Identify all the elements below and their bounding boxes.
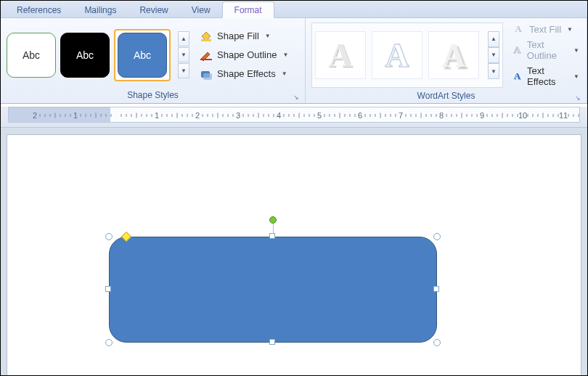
svg-text:9: 9 [480, 111, 484, 120]
svg-text:7: 7 [399, 111, 403, 120]
shape-outline-button[interactable]: Shape Outline ▼ [197, 48, 291, 62]
group-wordart-styles: A A A ▲ ▼ ▼ A Text Fill ▼ A Text Outline [306, 18, 587, 103]
group-label-wordart: WordArt Styles [306, 89, 587, 104]
shape-style-gallery[interactable]: Abc Abc Abc ▲ ▼ ▼ [7, 23, 189, 87]
ruler-area: 211234567891011 [1, 107, 587, 128]
tab-format[interactable]: Format [222, 1, 274, 18]
svg-text:6: 6 [358, 111, 362, 120]
a-glyph: A [441, 36, 465, 75]
resize-handle-bm[interactable] [269, 339, 275, 345]
resize-handle-br[interactable] [433, 339, 441, 346]
svg-text:11: 11 [559, 111, 568, 120]
chevron-down-icon: ▼ [282, 52, 288, 58]
shape-fill-label: Shape Fill [217, 30, 259, 41]
svg-rect-1 [200, 59, 212, 60]
horizontal-ruler[interactable]: 211234567891011 [8, 107, 580, 123]
svg-rect-3 [203, 73, 212, 80]
bucket-icon [200, 30, 213, 42]
shape-effects-label: Shape Effects [217, 68, 276, 79]
svg-rect-0 [201, 39, 211, 41]
page-area [1, 128, 587, 376]
text-effects-label: Text Effects [527, 65, 568, 87]
wordart-item-3[interactable]: A [428, 31, 479, 79]
wordart-row-up[interactable]: ▲ [488, 31, 499, 47]
resize-handle-tr[interactable] [433, 233, 441, 240]
text-effects-icon: A [512, 70, 523, 82]
wordart-more[interactable]: ▼ [488, 63, 499, 79]
effects-icon [200, 68, 213, 80]
a-glyph: A [385, 36, 409, 75]
svg-text:8: 8 [439, 111, 444, 120]
wordart-menu: A Text Fill ▼ A Text Outline ▼ A Text Ef… [510, 23, 581, 88]
svg-text:2: 2 [33, 111, 37, 120]
tab-mailings[interactable]: Mailings [73, 2, 128, 17]
ruler-ticks: 211234567891011 [9, 107, 579, 123]
tab-strip: References Mailings Review View Format [1, 1, 587, 18]
group-label-text: WordArt Styles [417, 91, 475, 101]
tab-review[interactable]: Review [128, 2, 179, 17]
shape-outline-label: Shape Outline [217, 49, 277, 60]
chevron-down-icon: ▼ [282, 70, 287, 77]
gallery-more[interactable]: ▼ [178, 63, 189, 79]
ribbon: Abc Abc Abc ▲ ▼ ▼ Shape Fill ▼ [1, 18, 587, 104]
svg-text:5: 5 [317, 111, 322, 120]
wordart-item-2[interactable]: A [372, 31, 422, 79]
resize-handle-tl[interactable] [105, 233, 113, 240]
text-fill-label: Text Fill [529, 24, 561, 35]
group-label-text: Shape Styles [127, 90, 179, 100]
selected-shape[interactable] [109, 237, 437, 343]
dialog-launcher-icon[interactable] [573, 92, 582, 101]
svg-text:1: 1 [155, 111, 159, 120]
group-shape-styles: Abc Abc Abc ▲ ▼ ▼ Shape Fill ▼ [1, 18, 306, 103]
gallery-row-down[interactable]: ▼ [178, 47, 189, 63]
chevron-down-icon: ▼ [567, 26, 573, 33]
wordart-gallery-spinner: ▲ ▼ ▼ [488, 31, 499, 79]
text-fill-button[interactable]: A Text Fill ▼ [510, 23, 581, 36]
text-outline-icon: A [512, 44, 523, 56]
chevron-down-icon: ▼ [573, 73, 579, 80]
svg-text:1: 1 [73, 111, 78, 120]
svg-text:10: 10 [518, 111, 527, 120]
svg-text:2: 2 [195, 111, 200, 120]
text-fill-icon: A [512, 23, 525, 35]
resize-handle-bl[interactable] [105, 339, 113, 346]
resize-handle-mr[interactable] [433, 286, 439, 292]
group-label-shape-styles: Shape Styles [1, 89, 305, 103]
text-outline-button[interactable]: A Text Outline ▼ [510, 38, 581, 62]
dialog-launcher-icon[interactable] [292, 91, 301, 100]
svg-text:4: 4 [277, 111, 281, 120]
shape-style-item-selected[interactable]: Abc [114, 29, 171, 81]
gallery-spinner: ▲ ▼ ▼ [178, 31, 189, 79]
shape-style-item-2[interactable]: Abc [60, 33, 110, 78]
rotation-handle[interactable] [269, 216, 277, 224]
svg-text:3: 3 [236, 111, 240, 120]
chevron-down-icon: ▼ [573, 47, 579, 54]
shape-style-item-3: Abc [118, 33, 167, 78]
shape-effects-button[interactable]: Shape Effects ▼ [197, 67, 291, 81]
resize-handle-ml[interactable] [105, 286, 111, 292]
wordart-gallery[interactable]: A A A ▲ ▼ ▼ [311, 23, 503, 88]
shape-fill-button[interactable]: Shape Fill ▼ [197, 29, 291, 44]
document-page[interactable] [7, 135, 581, 376]
resize-handle-tm[interactable] [269, 233, 275, 239]
shape-style-item-1[interactable]: Abc [7, 33, 56, 78]
wordart-row-down[interactable]: ▼ [488, 47, 499, 63]
pen-icon [200, 49, 213, 61]
gallery-row-up[interactable]: ▲ [178, 31, 189, 47]
shape-style-menu: Shape Fill ▼ Shape Outline ▼ Shape Effec… [197, 23, 291, 87]
chevron-down-icon: ▼ [265, 33, 271, 39]
tab-view[interactable]: View [180, 2, 222, 17]
tab-references[interactable]: References [5, 2, 73, 17]
wordart-item-1[interactable]: A [315, 31, 366, 79]
a-glyph: A [328, 36, 352, 75]
text-outline-label: Text Outline [527, 39, 568, 61]
text-effects-button[interactable]: A Text Effects ▼ [510, 65, 581, 88]
